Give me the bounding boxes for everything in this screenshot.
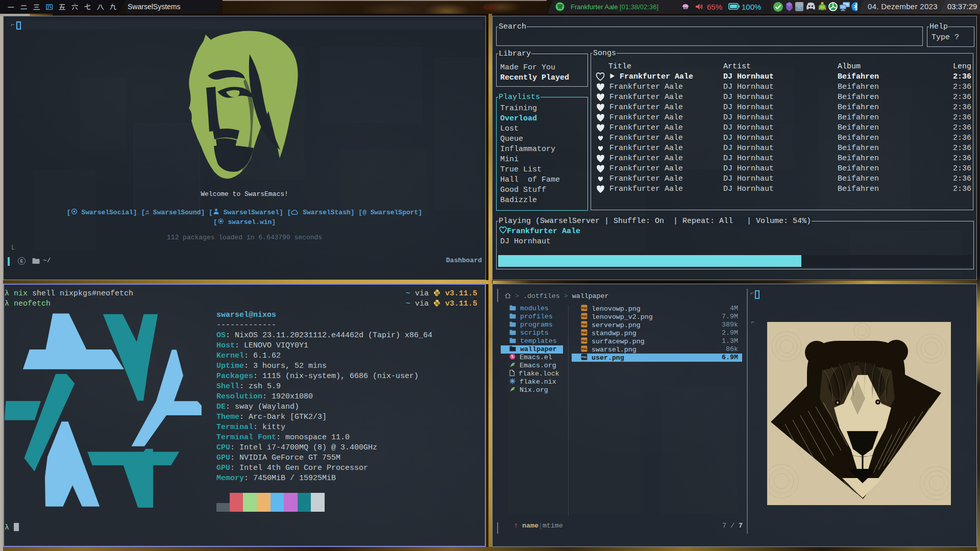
svg-text:PNG: PNG	[581, 356, 587, 359]
svg-text:PNG: PNG	[581, 323, 587, 326]
svg-text:PNG: PNG	[581, 347, 587, 350]
svg-text:PNG: PNG	[581, 315, 587, 318]
svg-text:PNG: PNG	[581, 307, 587, 310]
svg-text:PNG: PNG	[581, 331, 587, 334]
svg-text:PNG: PNG	[581, 339, 587, 342]
